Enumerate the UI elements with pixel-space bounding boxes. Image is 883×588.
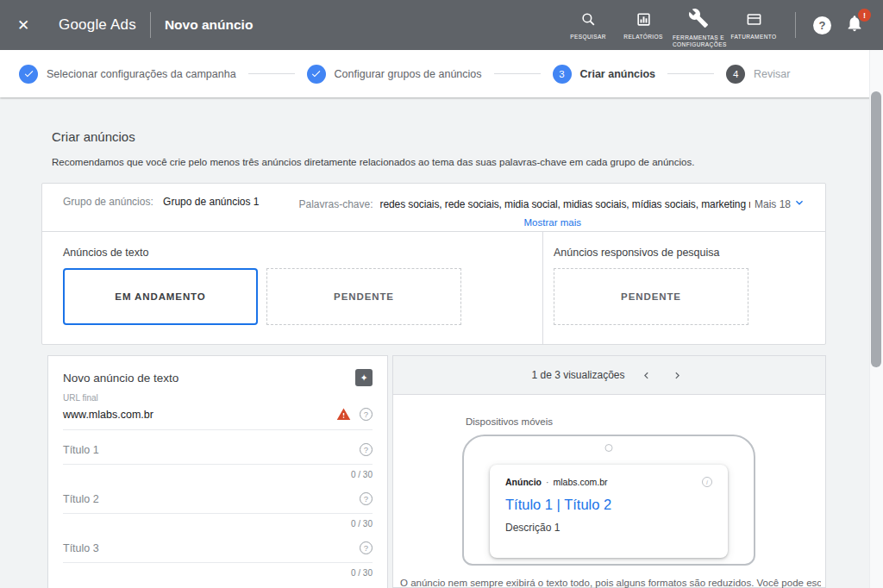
step-number: 3 [553,65,572,84]
headline-2-input[interactable]: Título 2 [63,493,99,505]
headline-3-input[interactable]: Título 3 [63,542,99,554]
bar-chart-icon [636,11,652,31]
topbar: ✕ Google Ads Novo anúncio PESQUISAR RELA… [0,0,883,50]
ad-badge: Anúncio [505,477,542,487]
pager-text: 1 de 3 visualizações [531,369,624,381]
form-title: Novo anúncio de texto [63,372,178,385]
ad-description: Descrição 1 [505,522,712,534]
nav-label: PESQUISAR [570,34,606,41]
search-icon [580,11,597,31]
mobile-device-mockup: Anúncio · mlabs.com.br i Título 1 | Títu… [462,435,755,566]
credit-card-icon [746,11,762,31]
ad-group-card: Grupo de anúncios: Grupo de anúncios 1 P… [41,183,826,345]
show-more-link[interactable]: Mostrar mais [299,217,806,228]
section-description: Recomendamos que você crie pelo menos tr… [52,157,694,167]
responsive-ads-pending-tab[interactable]: PENDENTE [554,268,748,325]
headline-2-field: Título 2 ? 0 / 30 [63,492,373,529]
final-url-label: URL final [63,393,373,403]
final-url-input[interactable]: www.mlabs.com.br [63,409,328,421]
more-keywords-button[interactable]: Mais 18 [755,196,806,212]
char-counter: 0 / 30 [63,519,373,529]
ad-preview-panel: 1 de 3 visualizações Dispositivos móveis… [392,355,826,588]
nav-label: RELATÓRIOS [623,34,662,41]
wrench-icon [688,11,709,32]
device-camera-dot [605,444,613,452]
chevron-down-icon [791,196,806,212]
topbar-nav: PESQUISAR RELATÓRIOS FERRAMENTAS E CONFI… [560,2,781,49]
help-icon[interactable]: ? [360,541,373,554]
check-icon [307,65,326,84]
stepper: Selecionar configurações da campanha Con… [0,50,883,97]
check-icon [19,65,38,84]
group-label: Grupo de anúncios: [63,196,153,208]
char-counter: 0 / 30 [63,568,373,578]
scrollbar-track [869,50,883,588]
step-connector [248,73,295,74]
pin-icon[interactable]: ✦ [355,369,373,386]
page-header-title: Novo anúncio [165,17,253,33]
text-ads-pending-tab[interactable]: PENDENTE [266,268,461,325]
step-ad-groups[interactable]: Configurar grupos de anúncios [307,65,482,84]
nav-label: FERRAMENTAS E CONFIGURAÇÕES [673,34,724,49]
ad-separator: · [546,477,549,487]
nav-item-tools-settings[interactable]: FERRAMENTAS E CONFIGURAÇÕES [671,2,726,49]
ad-display-url: mlabs.com.br [554,477,608,487]
notification-badge: ! [858,9,871,22]
chevron-left-icon[interactable] [637,366,656,385]
google-ads-logo: Google Ads [59,16,136,34]
step-connector [667,73,714,74]
responsive-ads-section: Anúncios responsivos de pesquisa PENDENT… [542,232,825,345]
warning-icon[interactable] [336,407,351,422]
keywords-value: redes sociais, rede sociais, midia socia… [380,198,750,210]
topbar-divider [795,12,796,38]
headline-1-input[interactable]: Título 1 [63,444,99,456]
step-number: 4 [726,65,745,84]
nav-label: FATURAMENTO [731,34,777,41]
ad-headline: Título 1 | Título 2 [505,497,712,513]
keywords-label: Palavras-chave: [299,198,373,210]
nav-item-billing[interactable]: FATURAMENTO [726,2,781,41]
group-value: Grupo de anúncios 1 [163,196,259,208]
step-label: Criar anúncios [580,68,656,80]
scrollbar-thumb[interactable] [871,91,881,367]
preview-note: O anúncio nem sempre exibirá o texto tod… [400,578,821,588]
section-title: Criar anúncios [52,129,135,144]
char-counter: 0 / 30 [63,470,373,479]
more-keywords-label: Mais 18 [755,198,791,210]
step-label: Configurar grupos de anúncios [335,68,482,80]
preview-pager: 1 de 3 visualizações [393,356,825,395]
nav-item-reports[interactable]: RELATÓRIOS [616,2,671,41]
topbar-divider [150,12,151,38]
notifications-button[interactable]: ! [845,14,864,36]
help-icon[interactable]: ? [360,443,373,456]
step-review[interactable]: 4 Revisar [726,65,790,84]
help-button[interactable]: ? [813,16,831,34]
headline-3-field: Título 3 ? 0 / 30 [63,541,373,578]
step-create-ads[interactable]: 3 Criar anúncios [553,65,656,84]
help-icon[interactable]: ? [360,492,373,505]
new-text-ad-form: Novo anúncio de texto ✦ URL final www.ml… [47,355,388,588]
nav-item-search[interactable]: PESQUISAR [560,2,616,41]
text-ads-title: Anúncios de texto [63,247,522,259]
chevron-right-icon[interactable] [668,366,687,385]
close-icon[interactable]: ✕ [0,16,47,34]
headline-1-field: Título 1 ? 0 / 30 [63,443,373,479]
step-connector [494,73,541,74]
info-icon: i [702,477,712,487]
bell-icon [845,21,864,35]
step-label: Revisar [754,68,790,80]
step-label: Selecionar configurações da campanha [47,68,236,80]
text-ads-section: Anúncios de texto EM ANDAMENTO PENDENTE [42,232,542,345]
help-icon[interactable]: ? [360,408,373,421]
text-ads-in-progress-tab[interactable]: EM ANDAMENTO [63,268,258,325]
step-campaign-settings[interactable]: Selecionar configurações da campanha [19,65,236,84]
ad-preview-card: Anúncio · mlabs.com.br i Título 1 | Títu… [490,465,728,558]
group-info-row: Grupo de anúncios: Grupo de anúncios 1 P… [42,184,825,231]
responsive-ads-title: Anúncios responsivos de pesquisa [554,247,815,259]
device-type-label: Dispositivos móveis [466,416,553,427]
